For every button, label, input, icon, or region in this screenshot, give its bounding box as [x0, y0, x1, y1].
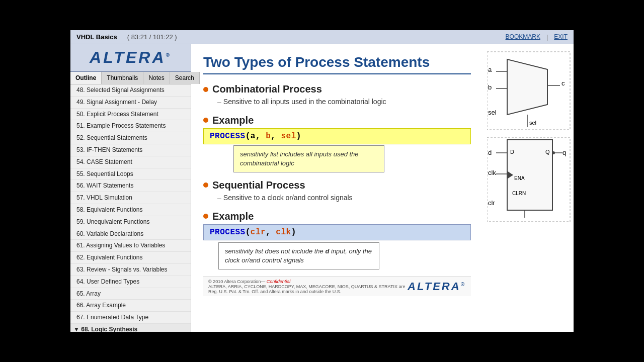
sidebar-list: 48. Selected Signal Assignments 49. Sign…: [70, 84, 191, 332]
svg-text:c: c: [561, 79, 565, 87]
svg-text:sel: sel: [488, 109, 497, 116]
sidebar-tabs: Outline Thumbnails Notes Search: [70, 72, 191, 84]
bullet-dot-3: [203, 183, 208, 188]
mux-diagram: a b sel c sel: [487, 49, 570, 132]
timecode: ( 83:21 / 101:22 ): [127, 33, 177, 41]
sidebar-item-48[interactable]: 48. Selected Signal Assignments: [70, 84, 191, 97]
sidebar-item-60[interactable]: 60. Variable Declarations: [70, 228, 191, 240]
app-window: VHDL Basics ( 83:21 / 101:22 ) BOOKMARK …: [70, 30, 574, 332]
sidebar: ALTERA® Outline Thumbnails Notes Search …: [70, 44, 191, 332]
dff-diagram: d clk clr q D Q ENA CLRN: [487, 135, 570, 225]
sidebar-item-57[interactable]: 57. VHDL Simulation: [70, 192, 191, 204]
sidebar-item-55[interactable]: 55. Sequential Loops: [70, 168, 191, 180]
sidebar-item-58[interactable]: 58. Equivalent Functions: [70, 204, 191, 216]
combinatorial-heading: Combinatorial Process: [203, 83, 471, 95]
altera-logo: ALTERA®: [90, 48, 172, 67]
svg-point-25: [552, 151, 555, 154]
sidebar-item-61[interactable]: 61. Assigning Values to Variables: [70, 240, 191, 252]
sidebar-item-65[interactable]: 65. Array: [70, 288, 191, 300]
svg-text:Q: Q: [545, 149, 550, 155]
sidebar-item-64[interactable]: 64. User Defined Types: [70, 276, 191, 288]
right-diagrams: a b sel c sel: [483, 44, 574, 332]
app-title: VHDL Basics: [76, 33, 117, 41]
svg-text:a: a: [488, 66, 492, 73]
main-area: ALTERA® Outline Thumbnails Notes Search …: [70, 44, 574, 332]
titlebar: VHDL Basics ( 83:21 / 101:22 ) BOOKMARK …: [70, 30, 574, 44]
example-2-section: Example PROCESS(clr, clk) sensitivity li…: [203, 211, 471, 269]
svg-text:d: d: [488, 149, 492, 156]
sequential-sub: – Sensitive to a clock or/and control si…: [203, 193, 471, 204]
titlebar-left: VHDL Basics ( 83:21 / 101:22 ): [76, 33, 177, 41]
footer: © 2010 Altera Corporation— Confidential …: [203, 277, 471, 296]
tooltip-1: sensitivity list includes all inputs use…: [233, 145, 384, 172]
tab-notes[interactable]: Notes: [143, 72, 170, 84]
code-block-1: PROCESS(a, b, sel): [203, 128, 471, 144]
svg-text:CLRN: CLRN: [512, 191, 526, 196]
bullet-dot-1: [203, 87, 208, 92]
svg-text:sel: sel: [529, 120, 536, 126]
sidebar-item-63[interactable]: 63. Review - Signals vs. Variables: [70, 264, 191, 276]
sidebar-item-53[interactable]: 53. IF-THEN Statements: [70, 144, 191, 156]
example-2-label: Example: [203, 211, 471, 222]
titlebar-right: BOOKMARK | EXIT: [506, 33, 568, 41]
svg-text:ENA: ENA: [514, 175, 525, 181]
mux-svg: a b sel c sel: [487, 49, 572, 130]
sidebar-item-49[interactable]: 49. Signal Assignment - Delay: [70, 97, 191, 109]
sidebar-item-59[interactable]: 59. Unequivalent Functions: [70, 216, 191, 228]
slide-content: Two Types of Process Statements Combinat…: [191, 44, 483, 332]
sidebar-item-51[interactable]: 51. Example Process Statements: [70, 120, 191, 132]
sidebar-item-54[interactable]: 54. CASE Statement: [70, 156, 191, 168]
svg-text:q: q: [562, 149, 566, 156]
svg-text:clr: clr: [488, 199, 495, 207]
sidebar-item-66[interactable]: 66. Array Example: [70, 300, 191, 312]
footer-text: © 2010 Altera Corporation— Confidential …: [208, 279, 408, 294]
sidebar-item-56[interactable]: 56. WAIT Statements: [70, 180, 191, 192]
sidebar-item-50[interactable]: 50. Explicit Process Statement: [70, 109, 191, 121]
bookmark-button[interactable]: BOOKMARK: [506, 33, 540, 41]
svg-text:b: b: [488, 83, 492, 91]
svg-text:D: D: [510, 149, 514, 155]
example-1-label: Example: [203, 115, 471, 126]
tab-outline[interactable]: Outline: [70, 72, 102, 84]
bullet-dot-4: [203, 214, 208, 219]
sidebar-item-62[interactable]: 62. Equivalent Functions: [70, 252, 191, 264]
sidebar-item-67[interactable]: 67. Enumerated Data Type: [70, 312, 191, 324]
sequential-heading: Sequential Process: [203, 179, 471, 191]
sidebar-item-68[interactable]: ▼ 68. Logic Synthesis: [70, 324, 191, 332]
logo-area: ALTERA®: [70, 44, 191, 72]
dff-svg: d clk clr q D Q ENA CLRN: [487, 135, 572, 223]
altera-logo-footer: ALTERA®: [408, 280, 466, 293]
code-block-2: PROCESS(clr, clk): [203, 224, 471, 240]
tab-thumbnails[interactable]: Thumbnails: [102, 72, 143, 84]
example-1-section: Example PROCESS(a, b, sel) sensitivity l…: [203, 115, 471, 172]
svg-text:clk: clk: [488, 169, 496, 176]
svg-marker-4: [507, 59, 547, 115]
slide-title: Two Types of Process Statements: [203, 54, 471, 74]
sequential-section: Sequential Process – Sensitive to a cloc…: [203, 179, 471, 204]
sidebar-item-52[interactable]: 52. Sequential Statements: [70, 132, 191, 144]
bullet-dot-2: [203, 118, 208, 123]
content-wrapper: Two Types of Process Statements Combinat…: [191, 44, 574, 332]
combinatorial-section: Combinatorial Process – Sensitive to all…: [203, 83, 471, 108]
combinatorial-sub: – Sensitive to all inputs used in the co…: [203, 97, 471, 108]
exit-button[interactable]: EXIT: [554, 33, 568, 41]
tooltip-2: sensitivity list does not include the d …: [218, 242, 379, 269]
